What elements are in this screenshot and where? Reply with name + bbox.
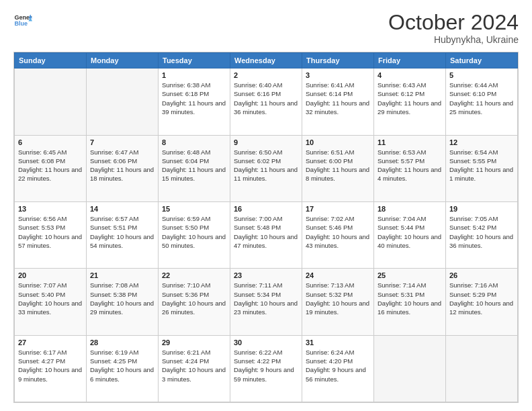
calendar-cell: 27Sunrise: 6:17 AM Sunset: 4:27 PM Dayli… xyxy=(15,335,87,402)
day-info: Sunrise: 7:11 AM Sunset: 5:34 PM Dayligh… xyxy=(234,281,298,316)
day-number: 30 xyxy=(234,338,298,347)
day-info: Sunrise: 6:43 AM Sunset: 6:12 PM Dayligh… xyxy=(378,81,442,116)
day-info: Sunrise: 6:19 AM Sunset: 4:25 PM Dayligh… xyxy=(90,348,154,383)
day-number: 15 xyxy=(162,205,226,213)
day-number: 17 xyxy=(306,205,370,213)
day-info: Sunrise: 7:13 AM Sunset: 5:32 PM Dayligh… xyxy=(306,281,370,316)
day-info: Sunrise: 6:21 AM Sunset: 4:24 PM Dayligh… xyxy=(162,348,226,383)
day-info: Sunrise: 6:22 AM Sunset: 4:22 PM Dayligh… xyxy=(234,348,298,383)
calendar-week-row: 20Sunrise: 7:07 AM Sunset: 5:40 PM Dayli… xyxy=(15,269,518,335)
calendar-cell: 31Sunrise: 6:24 AM Sunset: 4:20 PM Dayli… xyxy=(302,335,374,402)
day-number: 26 xyxy=(449,271,514,279)
calendar-cell: 23Sunrise: 7:11 AM Sunset: 5:34 PM Dayli… xyxy=(230,269,302,335)
day-info: Sunrise: 6:59 AM Sunset: 5:50 PM Dayligh… xyxy=(162,214,226,250)
day-info: Sunrise: 6:38 AM Sunset: 6:18 PM Dayligh… xyxy=(162,81,226,116)
day-number: 20 xyxy=(18,271,83,279)
calendar-cell: 5Sunrise: 6:44 AM Sunset: 6:10 PM Daylig… xyxy=(446,68,518,135)
day-number: 16 xyxy=(234,205,298,213)
calendar-cell: 13Sunrise: 6:56 AM Sunset: 5:53 PM Dayli… xyxy=(15,201,87,268)
day-info: Sunrise: 6:17 AM Sunset: 4:27 PM Dayligh… xyxy=(18,348,83,383)
day-info: Sunrise: 6:48 AM Sunset: 6:04 PM Dayligh… xyxy=(162,148,226,183)
day-number: 10 xyxy=(306,138,370,146)
day-info: Sunrise: 6:24 AM Sunset: 4:20 PM Dayligh… xyxy=(306,348,370,383)
calendar-cell: 18Sunrise: 7:04 AM Sunset: 5:44 PM Dayli… xyxy=(374,201,446,268)
day-info: Sunrise: 7:04 AM Sunset: 5:44 PM Dayligh… xyxy=(378,214,442,250)
day-number: 6 xyxy=(18,138,83,146)
day-number: 7 xyxy=(90,138,154,146)
day-of-week-header: Wednesday xyxy=(230,53,302,68)
day-number: 9 xyxy=(234,138,298,146)
location-subtitle: Hubynykha, Ukraine xyxy=(388,34,519,45)
day-number: 24 xyxy=(306,271,370,279)
calendar-cell: 6Sunrise: 6:45 AM Sunset: 6:08 PM Daylig… xyxy=(15,135,87,201)
calendar-cell: 19Sunrise: 7:05 AM Sunset: 5:42 PM Dayli… xyxy=(446,201,518,268)
day-info: Sunrise: 7:16 AM Sunset: 5:29 PM Dayligh… xyxy=(449,281,514,316)
day-info: Sunrise: 7:14 AM Sunset: 5:31 PM Dayligh… xyxy=(378,281,442,316)
calendar-cell xyxy=(374,335,446,402)
day-number: 28 xyxy=(90,338,154,347)
calendar-body: 1Sunrise: 6:38 AM Sunset: 6:18 PM Daylig… xyxy=(15,68,518,402)
day-number: 12 xyxy=(449,138,514,146)
svg-text:Blue: Blue xyxy=(14,20,28,27)
day-info: Sunrise: 7:07 AM Sunset: 5:40 PM Dayligh… xyxy=(18,281,83,316)
day-number: 18 xyxy=(378,205,442,213)
day-of-week-header: Tuesday xyxy=(159,53,230,68)
calendar-cell: 3Sunrise: 6:41 AM Sunset: 6:14 PM Daylig… xyxy=(302,68,374,135)
day-of-week-header: Thursday xyxy=(302,53,374,68)
day-info: Sunrise: 6:53 AM Sunset: 5:57 PM Dayligh… xyxy=(378,148,442,183)
calendar-cell: 28Sunrise: 6:19 AM Sunset: 4:25 PM Dayli… xyxy=(87,335,159,402)
day-number: 21 xyxy=(90,271,154,279)
calendar-cell: 25Sunrise: 7:14 AM Sunset: 5:31 PM Dayli… xyxy=(374,269,446,335)
day-number: 13 xyxy=(18,205,83,213)
day-number: 29 xyxy=(162,338,226,347)
calendar-header: SundayMondayTuesdayWednesdayThursdayFrid… xyxy=(15,53,518,68)
day-number: 23 xyxy=(234,271,298,279)
calendar-cell: 21Sunrise: 7:08 AM Sunset: 5:38 PM Dayli… xyxy=(87,269,159,335)
day-info: Sunrise: 6:45 AM Sunset: 6:08 PM Dayligh… xyxy=(18,148,83,183)
calendar-cell: 9Sunrise: 6:50 AM Sunset: 6:02 PM Daylig… xyxy=(230,135,302,201)
title-block: October 2024 Hubynykha, Ukraine xyxy=(388,11,519,45)
day-number: 8 xyxy=(162,138,226,146)
calendar-cell: 15Sunrise: 6:59 AM Sunset: 5:50 PM Dayli… xyxy=(159,201,230,268)
day-number: 19 xyxy=(449,205,514,213)
day-info: Sunrise: 6:44 AM Sunset: 6:10 PM Dayligh… xyxy=(449,81,514,116)
calendar-cell: 7Sunrise: 6:47 AM Sunset: 6:06 PM Daylig… xyxy=(87,135,159,201)
calendar-cell: 29Sunrise: 6:21 AM Sunset: 4:24 PM Dayli… xyxy=(159,335,230,402)
day-number: 2 xyxy=(234,71,298,79)
day-info: Sunrise: 7:00 AM Sunset: 5:48 PM Dayligh… xyxy=(234,214,298,250)
calendar-cell: 17Sunrise: 7:02 AM Sunset: 5:46 PM Dayli… xyxy=(302,201,374,268)
day-number: 1 xyxy=(162,71,226,79)
day-info: Sunrise: 6:41 AM Sunset: 6:14 PM Dayligh… xyxy=(306,81,370,116)
day-number: 22 xyxy=(162,271,226,279)
day-info: Sunrise: 7:10 AM Sunset: 5:36 PM Dayligh… xyxy=(162,281,226,316)
general-blue-icon: General Blue xyxy=(13,11,32,30)
calendar-week-row: 1Sunrise: 6:38 AM Sunset: 6:18 PM Daylig… xyxy=(15,68,518,135)
calendar-cell: 12Sunrise: 6:54 AM Sunset: 5:55 PM Dayli… xyxy=(446,135,518,201)
calendar-week-row: 6Sunrise: 6:45 AM Sunset: 6:08 PM Daylig… xyxy=(15,135,518,201)
logo: General Blue xyxy=(13,11,32,30)
calendar-week-row: 13Sunrise: 6:56 AM Sunset: 5:53 PM Dayli… xyxy=(15,201,518,268)
day-info: Sunrise: 7:08 AM Sunset: 5:38 PM Dayligh… xyxy=(90,281,154,316)
day-number: 5 xyxy=(449,71,514,79)
calendar-cell xyxy=(87,68,159,135)
calendar-cell: 14Sunrise: 6:57 AM Sunset: 5:51 PM Dayli… xyxy=(87,201,159,268)
calendar-cell: 1Sunrise: 6:38 AM Sunset: 6:18 PM Daylig… xyxy=(159,68,230,135)
calendar-cell: 16Sunrise: 7:00 AM Sunset: 5:48 PM Dayli… xyxy=(230,201,302,268)
day-of-week-header: Saturday xyxy=(446,53,518,68)
day-number: 14 xyxy=(90,205,154,213)
day-info: Sunrise: 6:40 AM Sunset: 6:16 PM Dayligh… xyxy=(234,81,298,116)
calendar-cell: 11Sunrise: 6:53 AM Sunset: 5:57 PM Dayli… xyxy=(374,135,446,201)
calendar-cell: 22Sunrise: 7:10 AM Sunset: 5:36 PM Dayli… xyxy=(159,269,230,335)
calendar-cell: 4Sunrise: 6:43 AM Sunset: 6:12 PM Daylig… xyxy=(374,68,446,135)
day-info: Sunrise: 7:05 AM Sunset: 5:42 PM Dayligh… xyxy=(449,214,514,250)
calendar-cell: 2Sunrise: 6:40 AM Sunset: 6:16 PM Daylig… xyxy=(230,68,302,135)
calendar: SundayMondayTuesdayWednesdayThursdayFrid… xyxy=(13,52,519,403)
day-number: 11 xyxy=(378,138,442,146)
day-of-week-header: Friday xyxy=(374,53,446,68)
calendar-cell: 8Sunrise: 6:48 AM Sunset: 6:04 PM Daylig… xyxy=(159,135,230,201)
day-info: Sunrise: 6:50 AM Sunset: 6:02 PM Dayligh… xyxy=(234,148,298,183)
calendar-cell: 30Sunrise: 6:22 AM Sunset: 4:22 PM Dayli… xyxy=(230,335,302,402)
day-number: 27 xyxy=(18,338,83,347)
calendar-week-row: 27Sunrise: 6:17 AM Sunset: 4:27 PM Dayli… xyxy=(15,335,518,402)
day-number: 25 xyxy=(378,271,442,279)
